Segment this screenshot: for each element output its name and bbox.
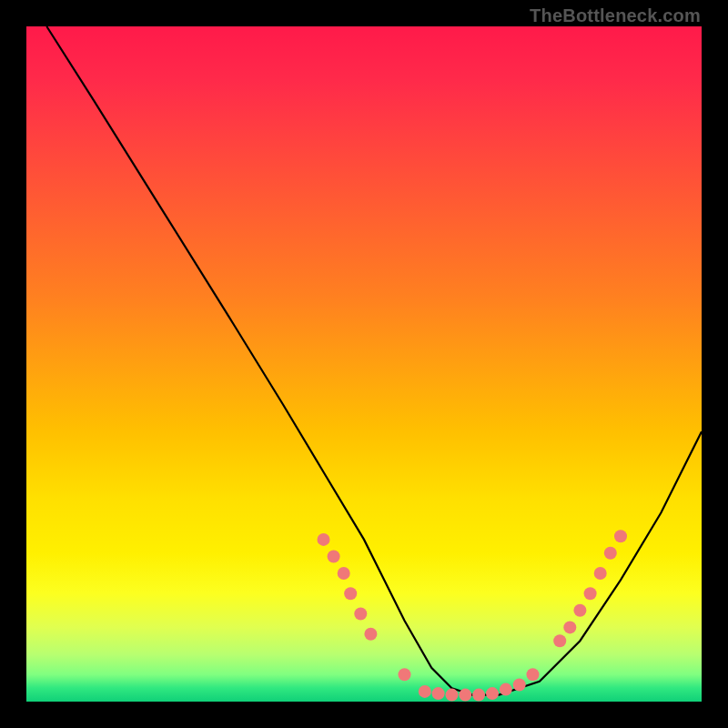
chart-svg: [26, 26, 702, 702]
bottleneck-curve: [46, 26, 702, 695]
data-marker: [553, 634, 566, 647]
data-marker: [472, 689, 485, 702]
data-marker: [486, 687, 499, 700]
data-marker: [500, 683, 512, 696]
data-marker: [399, 668, 411, 681]
data-marker: [459, 689, 471, 702]
chart-frame: TheBottleneck.com: [0, 0, 728, 728]
data-marker: [364, 628, 377, 641]
data-marker: [604, 547, 617, 560]
data-marker: [614, 530, 627, 542]
data-marker: [328, 551, 340, 563]
data-marker: [573, 604, 586, 617]
data-marker: [318, 533, 330, 546]
marker-group: [318, 530, 628, 701]
data-marker: [432, 687, 445, 700]
data-marker: [419, 685, 431, 698]
data-marker: [513, 679, 526, 692]
data-marker: [338, 567, 350, 580]
data-marker: [584, 587, 597, 600]
data-marker: [594, 567, 607, 580]
data-marker: [446, 689, 459, 702]
data-marker: [354, 608, 367, 621]
data-marker: [344, 587, 357, 600]
data-marker: [563, 621, 576, 633]
data-marker: [527, 668, 540, 681]
attribution-text: TheBottleneck.com: [530, 5, 701, 26]
